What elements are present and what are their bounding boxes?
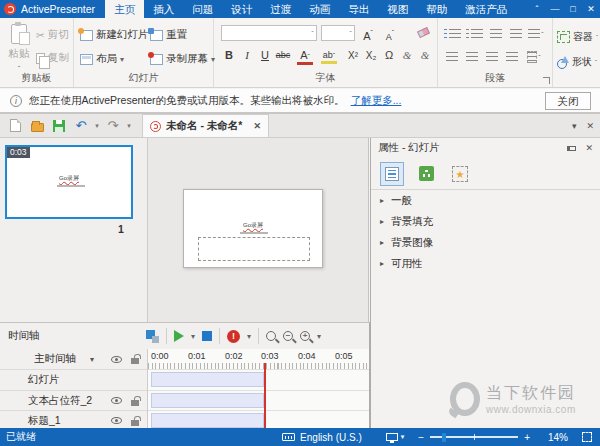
increase-indent-button[interactable]: [507, 27, 525, 41]
close-window-icon[interactable]: ✕: [582, 0, 600, 18]
shapes-button[interactable]: 形状 ˇ: [557, 55, 597, 69]
menu-tab-insert[interactable]: 插入: [144, 0, 183, 18]
align-left-button[interactable]: [443, 50, 461, 64]
error-dropdown-icon[interactable]: ▾: [247, 332, 251, 341]
slide-duration-bar[interactable]: [151, 372, 264, 387]
zoom-in-control[interactable]: +: [524, 432, 530, 443]
minimize-icon[interactable]: —: [546, 0, 564, 18]
paragraph-dialog-launcher-icon[interactable]: [543, 77, 550, 84]
numbered-list-button[interactable]: [465, 27, 483, 41]
document-tab[interactable]: 未命名 - 未命名* ✕: [142, 114, 269, 137]
visibility-icon[interactable]: [111, 356, 122, 363]
menu-tab-export[interactable]: 导出: [339, 0, 378, 18]
zoom-dropdown-icon[interactable]: ▾: [317, 332, 321, 341]
close-document-icon[interactable]: ✕: [253, 121, 261, 131]
keyboard-language-icon[interactable]: [282, 433, 295, 441]
display-mode-icon[interactable]: [386, 433, 398, 441]
close-panel-icon[interactable]: ✕: [585, 143, 593, 153]
font-size-combobox[interactable]: ˇ: [321, 25, 355, 41]
maximize-icon[interactable]: □: [564, 0, 582, 18]
menu-tab-help[interactable]: 帮助: [417, 0, 456, 18]
insert-symbol-button[interactable]: Ω: [381, 48, 397, 63]
lock-icon[interactable]: [131, 358, 139, 364]
timeline-row-title[interactable]: 标题_1: [0, 410, 147, 430]
play-dropdown-icon[interactable]: ▾: [191, 332, 195, 341]
line-spacing-button[interactable]: ˇ: [527, 27, 545, 41]
open-document-button[interactable]: [26, 116, 48, 136]
stop-button[interactable]: [202, 331, 212, 341]
font-color-button[interactable]: Aˇ: [297, 48, 313, 63]
save-button[interactable]: [48, 116, 70, 136]
zoom-slider[interactable]: [430, 436, 518, 438]
align-right-button[interactable]: [483, 50, 501, 64]
decrease-indent-button[interactable]: [487, 27, 505, 41]
lock-icon[interactable]: [131, 400, 139, 406]
new-slide-button[interactable]: 新建幻灯片 ▾: [80, 28, 156, 42]
timeline-row-text-placeholder[interactable]: 文本占位符_2: [0, 390, 147, 410]
section-background-fill[interactable]: ▸ 背景填充: [371, 211, 600, 232]
container-button[interactable]: 容器 ˇ: [557, 30, 598, 44]
vertical-align-button[interactable]: ˇ: [525, 50, 543, 64]
clear-formatting-button[interactable]: [410, 29, 426, 44]
undo-dropdown-icon[interactable]: ▾: [92, 122, 102, 130]
tab-slide-properties[interactable]: [380, 162, 404, 186]
menu-tab-transitions[interactable]: 过渡: [261, 0, 300, 18]
copy-button[interactable]: 复制: [36, 51, 69, 65]
underline-button[interactable]: U: [257, 48, 273, 63]
menu-tab-home[interactable]: 主页: [105, 0, 144, 18]
redo-button[interactable]: ↷: [102, 116, 124, 136]
collapse-ribbon-icon[interactable]: ˆ: [528, 0, 546, 18]
zoom-in-icon[interactable]: +: [300, 331, 310, 341]
menu-tab-animations[interactable]: 动画: [300, 0, 339, 18]
timeline-track-area[interactable]: 0:00 0:01 0:02 0:03 0:04 0:05: [148, 349, 369, 428]
new-document-button[interactable]: [4, 116, 26, 136]
zoom-out-icon[interactable]: −: [283, 331, 293, 341]
timeline-row-slide[interactable]: 幻灯片: [0, 369, 147, 389]
zoom-out-control[interactable]: −: [418, 432, 424, 443]
paste-button[interactable]: 粘贴 ˇ: [6, 24, 32, 73]
align-center-button[interactable]: [463, 50, 481, 64]
text-placeholder-duration-bar[interactable]: [151, 393, 264, 408]
visibility-icon[interactable]: [111, 397, 122, 404]
highlight-color-button[interactable]: abˇ: [321, 48, 337, 63]
manage-timeline-icon[interactable]: [146, 330, 159, 343]
zoom-fit-icon[interactable]: [266, 331, 276, 341]
layout-button[interactable]: 布局 ▾: [80, 52, 124, 66]
chevron-down-icon[interactable]: ▾: [90, 355, 94, 364]
fit-to-window-icon[interactable]: [582, 432, 592, 442]
record-screen-button[interactable]: 录制屏幕 ▾: [150, 52, 215, 66]
bullet-list-button[interactable]: [443, 27, 461, 41]
visibility-icon[interactable]: [111, 417, 122, 424]
grow-font-button[interactable]: Aˆ: [360, 25, 376, 40]
strikethrough-button[interactable]: abc: [275, 48, 291, 63]
chevron-down-icon[interactable]: ▾: [401, 433, 405, 441]
cut-button[interactable]: ✂ 剪切: [36, 28, 69, 42]
undo-button[interactable]: ↶: [70, 116, 92, 136]
redo-dropdown-icon[interactable]: ▾: [124, 122, 134, 130]
playhead[interactable]: [264, 363, 266, 428]
pin-panel-icon[interactable]: [567, 146, 576, 151]
section-general[interactable]: ▸ 一般: [371, 190, 600, 211]
tabbar-close-icon[interactable]: ✕: [586, 121, 594, 131]
menu-tab-design[interactable]: 设计: [222, 0, 261, 18]
menu-tab-view[interactable]: 视图: [378, 0, 417, 18]
reset-button[interactable]: 重置: [150, 28, 187, 42]
subscript-button[interactable]: X₂: [363, 48, 379, 63]
char-spacing-decrease-button[interactable]: &: [417, 48, 433, 63]
tabbar-menu-icon[interactable]: ▾: [572, 121, 577, 131]
superscript-button[interactable]: X²: [345, 48, 361, 63]
shrink-font-button[interactable]: Aˇ: [382, 25, 398, 40]
menu-tab-activate[interactable]: 激活产品: [456, 0, 516, 18]
timeline-row-main[interactable]: 主时间轴 ▾: [0, 349, 147, 369]
slide-thumbnail[interactable]: 0:03 Go录屏: [5, 145, 133, 219]
section-accessibility[interactable]: ▸ 可用性: [371, 253, 600, 274]
justify-button[interactable]: [503, 50, 521, 64]
language-indicator[interactable]: English (U.S.): [300, 432, 362, 443]
font-name-combobox[interactable]: ˇ: [221, 25, 317, 41]
menu-tab-questions[interactable]: 问题: [183, 0, 222, 18]
slide-title-text[interactable]: Go录屏: [184, 221, 322, 230]
title-duration-bar[interactable]: [151, 413, 264, 428]
learn-more-link[interactable]: 了解更多...: [351, 94, 402, 108]
char-spacing-increase-button[interactable]: &: [399, 48, 415, 63]
tab-interactivity[interactable]: [414, 162, 438, 186]
